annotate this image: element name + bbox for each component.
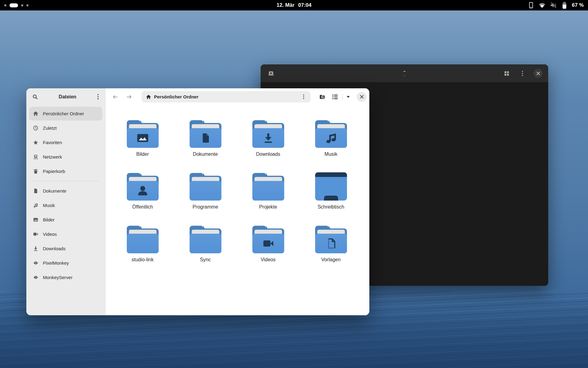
app-title: Dateien [59, 94, 77, 100]
menu-dots-icon [522, 71, 523, 76]
workspace-dot[interactable] [26, 4, 28, 6]
files-close-button[interactable] [357, 92, 367, 102]
folder-musik[interactable]: Musik [300, 120, 362, 172]
clock-time[interactable]: 07:04 [298, 2, 311, 8]
new-tab-button[interactable] [266, 68, 276, 78]
sidebar-item-label: Papierkorb [43, 169, 65, 174]
folder-label: Programme [193, 204, 218, 210]
music-note-icon [33, 203, 38, 208]
workspace-dot[interactable] [21, 4, 23, 6]
sidebar-item-downloads[interactable]: Downloads [29, 242, 102, 255]
list-view-icon [332, 94, 338, 100]
status-area[interactable]: 67 % [528, 2, 584, 9]
folder-icon [252, 225, 284, 253]
sidebar-item-label: Bilder [43, 217, 55, 222]
folder-icon [127, 120, 159, 148]
template-emblem-icon [324, 237, 338, 250]
battery-percent: 67 % [572, 2, 584, 8]
folder-icon [252, 172, 284, 201]
sidebar-item-label: MonkeyServer [43, 275, 73, 280]
sidebar-item-dokumente[interactable]: Dokumente [29, 184, 102, 198]
search-in-folder-button[interactable] [317, 91, 328, 102]
search-icon[interactable] [32, 94, 38, 100]
folder-icon [315, 225, 347, 253]
folder-studio-link[interactable]: studio-link [111, 225, 174, 278]
music-emblem-icon [324, 132, 338, 144]
sidebar-item-zuletzt[interactable]: Zuletzt [29, 121, 102, 135]
tab-overview-button[interactable] [502, 68, 511, 78]
workspace-indicator[interactable] [4, 3, 28, 7]
folder-icon [252, 120, 284, 148]
folder-icon [190, 120, 221, 148]
location-menu-button[interactable] [299, 92, 308, 102]
folder-oeffentlich[interactable]: Öffentlich [111, 172, 174, 225]
wifi-icon [538, 2, 546, 9]
forward-button[interactable] [124, 91, 135, 102]
folder-icon [127, 225, 159, 253]
folder-label: Downloads [256, 151, 280, 157]
sidebar-item-papierkorb[interactable]: Papierkorb [29, 164, 102, 178]
sidebar-item-label: Downloads [43, 246, 66, 251]
folder-vorlagen[interactable]: Vorlagen [300, 225, 362, 278]
sidebar-item-label: Zuletzt [43, 125, 57, 131]
document-emblem-icon [199, 132, 212, 144]
workspace-active-pill[interactable] [9, 3, 18, 7]
folder-bilder[interactable]: Bilder [111, 120, 174, 172]
sidebar-item-pixelmonkey[interactable]: PixelMonkey [29, 256, 102, 270]
workspace-dot[interactable] [4, 4, 6, 6]
folder-label: Dokumente [193, 151, 218, 157]
folder-schreibtisch[interactable]: Schreibtisch [300, 172, 362, 225]
star-icon [33, 140, 38, 145]
folder-videos[interactable]: Videos [237, 225, 300, 278]
sidebar-separator [33, 181, 99, 181]
view-options-button[interactable] [345, 91, 352, 102]
download-icon [33, 246, 38, 251]
app-menu-icon[interactable] [97, 94, 99, 100]
top-bar: 12. Mär07:04 67 % [0, 0, 588, 10]
terminal-subtitle: ~ [403, 74, 405, 78]
home-icon [33, 111, 38, 116]
folder-programme[interactable]: Programme [174, 172, 237, 225]
folder-projekte[interactable]: Projekte [237, 172, 300, 225]
folder-label: studio-link [131, 257, 153, 263]
image-emblem-icon [136, 132, 149, 144]
folder-label: Vorlagen [321, 257, 341, 263]
sidebar-item-musik[interactable]: Musik [29, 198, 102, 212]
sidebar-item-monkeyserver[interactable]: MonkeyServer [29, 270, 102, 284]
home-icon [146, 94, 151, 99]
clock-icon [33, 125, 38, 131]
terminal-close-button[interactable] [533, 69, 543, 78]
back-button[interactable] [110, 91, 121, 102]
terminal-menu-button[interactable] [518, 68, 527, 78]
sidebar-item-label: Netzwerk [43, 154, 62, 159]
network-icon [33, 154, 38, 159]
files-window[interactable]: Dateien Persönlicher Ordner Zuletzt Favo… [26, 88, 369, 315]
sidebar-item-label: Dokumente [43, 188, 66, 194]
files-sidebar: Dateien Persönlicher Ordner Zuletzt Favo… [26, 88, 105, 315]
terminal-titlebar[interactable]: ~ ~ [261, 64, 548, 82]
desktop: 12. Mär07:04 67 % ~ ~ [0, 0, 588, 368]
clock[interactable]: 12. Mär07:04 [0, 2, 588, 8]
folder-dokumente[interactable]: Dokumente [174, 120, 237, 172]
path-bar[interactable]: Persönlicher Ordner [141, 91, 311, 102]
drive-icon [33, 260, 38, 266]
folder-downloads[interactable]: Downloads [237, 120, 300, 172]
sidebar-item-netzwerk[interactable]: Netzwerk [29, 150, 102, 164]
sidebar-item-persoenlicher-ordner[interactable]: Persönlicher Ordner [29, 107, 102, 121]
battery-icon [561, 2, 568, 9]
sidebar-item-label: Musik [43, 203, 55, 208]
folder-sync[interactable]: Sync [174, 225, 237, 278]
list-view-button[interactable] [330, 91, 341, 102]
sidebar-item-videos[interactable]: Videos [29, 227, 102, 241]
person-emblem-icon [136, 185, 149, 197]
phone-icon [528, 2, 534, 9]
forward-arrow-icon [126, 94, 132, 99]
video-camera-icon [33, 232, 38, 237]
folder-icon [190, 225, 221, 253]
divider [342, 94, 343, 100]
desktop-icon [315, 172, 347, 201]
sidebar-item-favoriten[interactable]: Favoriten [29, 136, 102, 149]
sidebar-item-bilder[interactable]: Bilder [29, 213, 102, 227]
clock-date[interactable]: 12. Mär [277, 2, 295, 8]
sidebar-item-label: Favoriten [43, 140, 62, 145]
